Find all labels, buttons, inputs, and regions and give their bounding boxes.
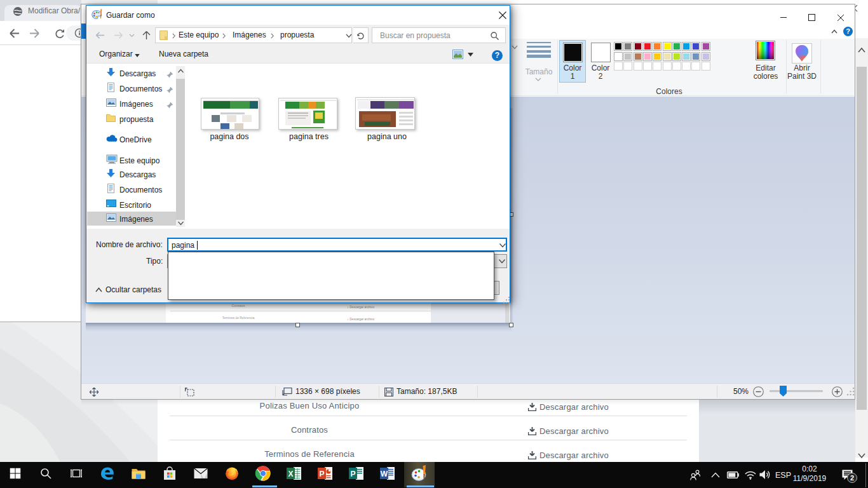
svg-text:W: W — [381, 470, 388, 478]
svg-text:P: P — [319, 470, 324, 478]
svg-text:X: X — [288, 470, 293, 478]
svg-text:P: P — [350, 470, 355, 478]
